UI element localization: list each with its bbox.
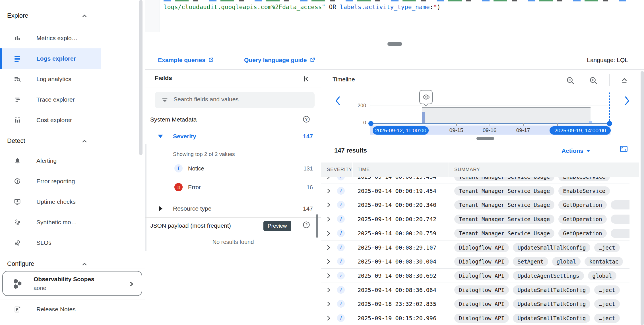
range-end-pill[interactable]: 2025-09-19, 14:00:00	[550, 126, 611, 135]
summary-chip[interactable]: Tenant Manager Service Usage	[454, 215, 554, 224]
sidebar-item-clipped[interactable]: pp	[0, 0, 101, 3]
expand-arrow-icon[interactable]	[158, 135, 163, 138]
expand-row-icon[interactable]	[325, 287, 332, 293]
expand-row-icon[interactable]	[325, 230, 332, 236]
table-row[interactable]: 2025-09-14 00:00:19.454Tenant Manager Se…	[321, 177, 629, 184]
summary-chip-truncated[interactable]	[611, 200, 629, 209]
query-code-line[interactable]: logs/cloudaudit.googleapis.com%2Fdata_ac…	[164, 3, 441, 11]
summary-chip[interactable]: UpdateSmallTalkConfig	[513, 243, 590, 252]
summary-chip[interactable]: EnableService	[558, 177, 610, 181]
chevron-up-icon[interactable]	[80, 12, 88, 20]
timeline-next-icon[interactable]	[623, 96, 631, 106]
resource-type-field[interactable]: Resource type	[173, 205, 211, 212]
summary-chip-truncated[interactable]	[611, 229, 629, 238]
summary-chip[interactable]: …ject	[594, 285, 620, 295]
summary-chip[interactable]: Dialogflow API	[454, 314, 509, 323]
open-in-window-icon[interactable]	[619, 145, 628, 154]
summary-chip[interactable]: GetOperation	[558, 200, 606, 209]
summary-chip[interactable]: Dialogflow API	[454, 243, 509, 252]
preview-eye-tooltip[interactable]	[419, 90, 433, 104]
timeline-brush-region[interactable]	[422, 107, 591, 123]
sidebar-item-slos[interactable]: SLOs	[0, 233, 101, 253]
range-end-handle[interactable]	[607, 121, 612, 126]
severity-value-notice[interactable]: Notice131	[145, 164, 321, 175]
sidebar-item-uptime-checks[interactable]: Uptime checks	[0, 192, 101, 212]
query-language-guide-link[interactable]: Query language guide	[244, 57, 315, 63]
example-queries-link[interactable]: Example queries	[158, 57, 214, 63]
summary-chip[interactable]: global	[588, 271, 617, 280]
summary-chip[interactable]: Dialogflow API	[454, 299, 509, 308]
timeline-bar[interactable]	[422, 112, 425, 123]
collapse-panel-icon[interactable]	[301, 75, 310, 83]
observability-scopes-card[interactable]: Observability Scopes aone	[2, 271, 142, 296]
table-row[interactable]: 2025-09-14 00:00:20.340Tenant Manager Se…	[321, 198, 629, 212]
summary-chip[interactable]: UpdateAgentSettings	[513, 271, 584, 280]
table-row[interactable]: 2025-09-19 00:15:20.996Dialogflow APIUpd…	[321, 311, 629, 325]
expand-row-icon[interactable]	[325, 258, 332, 265]
collapsed-arrow-icon[interactable]	[159, 206, 162, 211]
expand-row-icon[interactable]	[325, 188, 332, 194]
timeline-bar[interactable]	[589, 121, 592, 123]
summary-chip-truncated[interactable]	[611, 215, 629, 224]
expand-row-icon[interactable]	[325, 244, 332, 251]
column-header-time[interactable]: TIME	[353, 162, 449, 177]
sidebar-item-release-notes[interactable]: Release Notes	[0, 299, 101, 320]
sidebar-item-cost-explorer[interactable]: Cost explorer	[0, 110, 101, 130]
summary-chip[interactable]: GetOperation	[558, 215, 606, 224]
summary-chip[interactable]: Dialogflow API	[454, 257, 509, 266]
summary-chip[interactable]: UpdateSmallTalkConfig	[513, 299, 590, 308]
summary-chip[interactable]: kontaktac	[585, 257, 623, 266]
summary-chip[interactable]: Tenant Manager Service Usage	[454, 200, 554, 209]
help-icon[interactable]: ?	[302, 115, 310, 123]
expand-row-icon[interactable]	[325, 216, 332, 222]
range-start-handle[interactable]	[368, 121, 373, 126]
zoom-out-icon[interactable]	[566, 76, 575, 85]
window-scrollbar[interactable]	[641, 71, 644, 325]
table-row[interactable]: 2025-09-14 00:00:20.742Tenant Manager Se…	[321, 212, 629, 226]
summary-chip[interactable]: GetOperation	[558, 229, 606, 238]
summary-chip[interactable]: Tenant Manager Service Usage	[454, 229, 554, 238]
summary-chip[interactable]: Dialogflow API	[454, 285, 509, 295]
table-row[interactable]: 2025-09-18 23:32:02.835Dialogflow APIUpd…	[321, 297, 629, 311]
editor-resize-handle[interactable]	[387, 42, 402, 46]
query-editor[interactable]: logs/cloudaudit.googleapis.com%2Fdata_ac…	[145, 0, 644, 51]
chevron-up-icon[interactable]	[80, 137, 88, 145]
summary-chip[interactable]: EnableService	[558, 186, 610, 196]
fields-scrollbar[interactable]	[316, 214, 318, 238]
summary-chip[interactable]: …ject	[594, 314, 620, 323]
sidebar-item-metrics-explo[interactable]: Metrics explo…	[0, 28, 101, 48]
column-header-summary[interactable]: SUMMARY	[449, 162, 639, 177]
sidebar-item-synthetic-mo[interactable]: Synthetic mo…	[0, 212, 101, 233]
summary-chip[interactable]: Tenant Manager Service Usage	[454, 177, 554, 181]
sidebar-scrollbar[interactable]	[139, 0, 143, 155]
table-row[interactable]: 2025-09-14 00:08:30.004Dialogflow APISet…	[321, 254, 629, 269]
table-row[interactable]: 2025-09-14 00:00:19.454Tenant Manager Se…	[321, 184, 629, 198]
summary-chip[interactable]: UpdateSmallTalkConfig	[513, 285, 590, 295]
sidebar-item-logs-explorer[interactable]: Logs explorer	[0, 48, 101, 69]
table-row[interactable]: 2025-09-14 00:08:30.692Dialogflow APIUpd…	[321, 269, 629, 283]
expand-row-icon[interactable]	[325, 301, 332, 307]
expand-row-icon[interactable]	[325, 315, 332, 321]
summary-chip[interactable]: Dialogflow API	[454, 271, 509, 280]
actions-button[interactable]: Actions	[562, 147, 590, 154]
expand-row-icon[interactable]	[325, 202, 332, 208]
summary-chip[interactable]: UpdateSmallTalkConfig	[513, 314, 590, 323]
timeline-resize-handle[interactable]	[476, 137, 494, 140]
range-start-pill[interactable]: 2025-09-12, 11:00:00	[373, 126, 429, 135]
summary-chip[interactable]: Tenant Manager Service Usage	[454, 186, 554, 196]
summary-chip[interactable]: global	[552, 257, 581, 266]
summary-chip[interactable]: …ject	[594, 243, 620, 252]
sidebar-item-alerting[interactable]: Alerting	[0, 151, 101, 171]
table-row[interactable]: 2025-09-14 00:08:36.064Dialogflow APIUpd…	[321, 283, 629, 297]
summary-chip[interactable]: …ject	[594, 299, 620, 308]
column-header-severity[interactable]: SEVERITY	[321, 162, 352, 177]
summary-chip[interactable]: SetAgent	[513, 257, 548, 266]
expand-row-icon[interactable]	[325, 273, 332, 279]
collapse-timeline-icon[interactable]	[620, 76, 629, 85]
table-row[interactable]: 2025-09-14 00:08:29.107Dialogflow APIUpd…	[321, 240, 629, 255]
severity-field[interactable]: Severity	[173, 133, 196, 140]
sidebar-item-log-analytics[interactable]: Log analytics	[0, 69, 101, 89]
fields-search-input[interactable]: Search fields and values	[155, 92, 315, 108]
timeline-prev-icon[interactable]	[334, 96, 342, 106]
help-icon[interactable]: ?	[302, 221, 310, 229]
